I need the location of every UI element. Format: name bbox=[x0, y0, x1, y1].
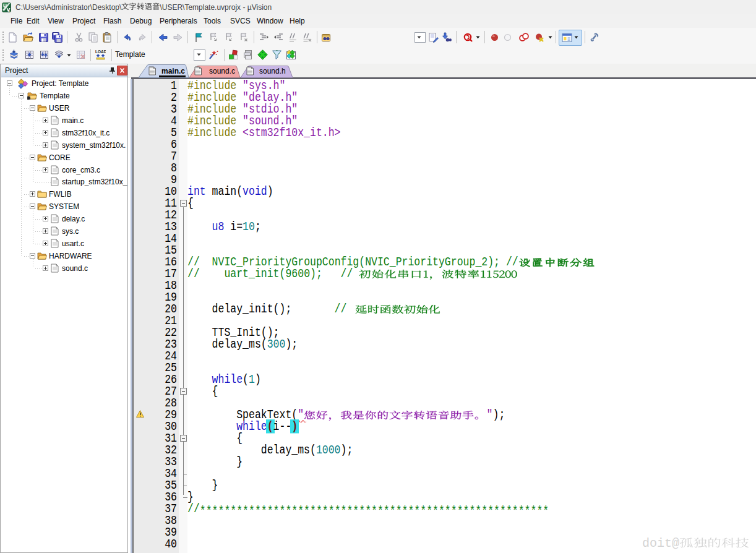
svg-text:LOAD: LOAD bbox=[95, 49, 106, 54]
